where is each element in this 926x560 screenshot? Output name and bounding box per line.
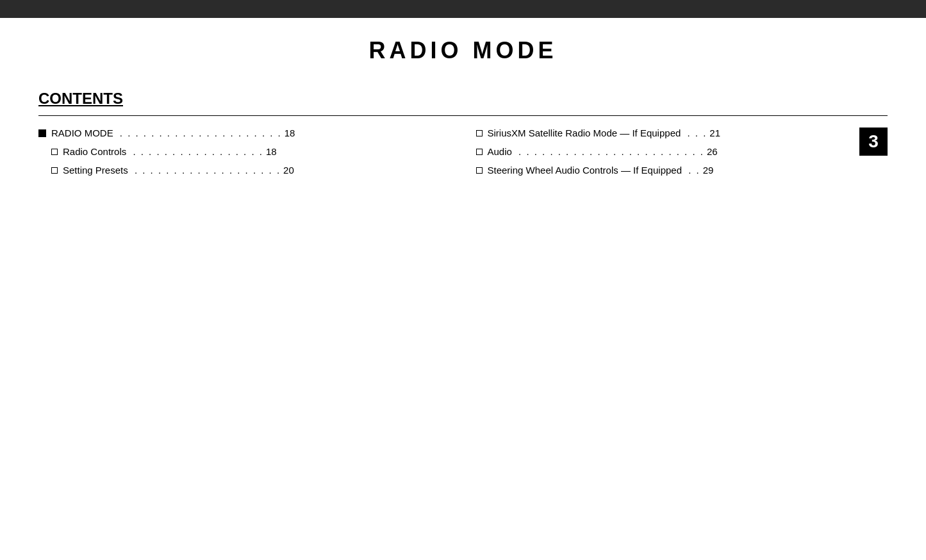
divider-line (38, 115, 888, 116)
contents-section: CONTENTS RADIO MODE . . . . . . . . . . … (0, 77, 926, 176)
toc-label-steering-wheel: Steering Wheel Audio Controls — If Equip… (488, 165, 682, 176)
toc-page-siriusxm: 21 (709, 128, 720, 138)
page-title: RADIO MODE (0, 37, 926, 64)
toc-page-setting-presets: 20 (283, 165, 294, 176)
toc-page-steering-wheel: 29 (703, 165, 714, 176)
contents-heading: CONTENTS (38, 90, 888, 108)
top-bar (0, 0, 926, 18)
toc-label-radio-controls: Radio Controls (63, 146, 126, 157)
toc-entry-audio: Audio . . . . . . . . . . . . . . . . . … (476, 146, 888, 157)
toc-left-column: RADIO MODE . . . . . . . . . . . . . . .… (38, 128, 451, 176)
toc-dots-radio-mode: . . . . . . . . . . . . . . . . . . . . … (116, 128, 282, 138)
toc-dots-radio-controls: . . . . . . . . . . . . . . . . . (129, 146, 263, 157)
toc-dots-siriusxm: . . . (683, 128, 707, 138)
toc-dots-setting-presets: . . . . . . . . . . . . . . . . . . . (131, 165, 281, 176)
toc-grid: RADIO MODE . . . . . . . . . . . . . . .… (38, 128, 888, 176)
toc-dots-audio: . . . . . . . . . . . . . . . . . . . . … (515, 146, 704, 157)
toc-dots-steering-wheel: . . (684, 165, 700, 176)
open-square-icon-setting-presets (51, 167, 58, 174)
toc-page-audio: 26 (707, 146, 718, 157)
toc-right-column: SiriusXM Satellite Radio Mode — If Equip… (476, 128, 888, 176)
toc-label-radio-mode: RADIO MODE (51, 128, 113, 138)
toc-entry-steering-wheel: Steering Wheel Audio Controls — If Equip… (476, 165, 888, 176)
filled-square-icon (38, 129, 46, 137)
chapter-badge: 3 (859, 128, 888, 156)
open-square-icon-radio-controls (51, 149, 58, 155)
page-title-section: RADIO MODE (0, 18, 926, 77)
toc-entry-setting-presets: Setting Presets . . . . . . . . . . . . … (38, 165, 451, 176)
open-square-icon-steering-wheel (476, 167, 483, 174)
toc-entry-radio-mode: RADIO MODE . . . . . . . . . . . . . . .… (38, 128, 451, 138)
toc-page-radio-controls: 18 (266, 146, 277, 157)
toc-label-siriusxm: SiriusXM Satellite Radio Mode — If Equip… (488, 128, 681, 138)
toc-entry-siriusxm: SiriusXM Satellite Radio Mode — If Equip… (476, 128, 888, 138)
toc-label-audio: Audio (488, 146, 512, 157)
open-square-icon-siriusxm (476, 130, 483, 136)
toc-entry-radio-controls: Radio Controls . . . . . . . . . . . . .… (38, 146, 451, 157)
toc-page-radio-mode: 18 (285, 128, 295, 138)
open-square-icon-audio (476, 149, 483, 155)
toc-label-setting-presets: Setting Presets (63, 165, 128, 176)
